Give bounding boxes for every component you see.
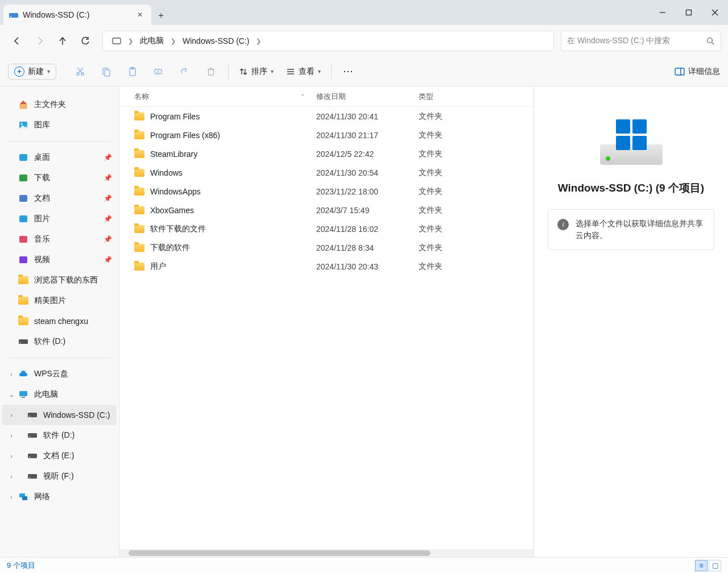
sidebar-quick-item[interactable]: 软件 (D:): [2, 331, 117, 352]
breadcrumb-pc[interactable]: 此电脑: [135, 34, 168, 48]
forward-button[interactable]: [30, 31, 50, 51]
sidebar-quick-item[interactable]: 图片📌: [2, 209, 117, 229]
file-row[interactable]: Program Files2024/11/30 20:41文件夹: [119, 107, 533, 126]
sidebar-home[interactable]: 主文件夹: [2, 94, 117, 115]
pin-icon: 📌: [104, 256, 112, 264]
svg-point-28: [21, 123, 23, 125]
svg-rect-6: [113, 38, 121, 44]
details-pane-toggle[interactable]: 详细信息: [675, 67, 720, 77]
column-type[interactable]: 类型: [419, 92, 487, 102]
file-list[interactable]: Program Files2024/11/30 20:41文件夹Program …: [119, 107, 533, 549]
svg-rect-1: [10, 16, 11, 17]
sidebar-quick-item[interactable]: 精美图片: [2, 290, 117, 311]
new-tab-button[interactable]: ＋: [151, 6, 171, 25]
cut-button[interactable]: [69, 61, 92, 82]
chevron-right-icon[interactable]: ›: [7, 452, 16, 459]
sidebar-drive-item[interactable]: ›文档 (E:): [2, 446, 117, 466]
paste-button[interactable]: [121, 61, 144, 82]
sidebar-quick-item[interactable]: steam chengxu: [2, 311, 117, 331]
svg-rect-32: [19, 215, 27, 222]
svg-rect-25: [675, 68, 684, 75]
chevron-right-icon[interactable]: ❯: [169, 38, 177, 45]
file-type: 文件夹: [419, 168, 487, 178]
refresh-button[interactable]: [75, 31, 96, 51]
file-type: 文件夹: [419, 130, 487, 140]
sidebar-quick-item[interactable]: 浏览器下载的东西: [2, 270, 117, 290]
chevron-right-icon[interactable]: ›: [7, 371, 16, 377]
svg-point-46: [29, 477, 30, 478]
chevron-right-icon[interactable]: ›: [7, 493, 16, 500]
sidebar-drive-item[interactable]: ›视听 (F:): [2, 466, 117, 487]
sort-button[interactable]: 排序 ▾: [234, 64, 278, 79]
file-row[interactable]: 下载的软件2024/11/28 8:34文件夹: [119, 238, 533, 257]
sidebar-quick-item[interactable]: 桌面📌: [2, 147, 117, 168]
file-name: Program Files: [150, 112, 200, 121]
chevron-right-icon[interactable]: ›: [7, 432, 16, 439]
minimize-button[interactable]: [650, 0, 676, 25]
rename-button[interactable]: A: [147, 61, 170, 82]
view-details-button[interactable]: ≡: [695, 560, 708, 571]
file-name: 下载的软件: [150, 243, 190, 253]
item-icon: [18, 173, 28, 183]
scrollbar-thumb[interactable]: [129, 550, 431, 556]
tab-close-icon[interactable]: ✕: [134, 9, 146, 20]
svg-text:A: A: [156, 69, 160, 74]
sidebar-label: 软件 (D:): [34, 337, 65, 347]
chevron-right-icon[interactable]: ›: [7, 412, 16, 418]
close-button[interactable]: [702, 0, 728, 25]
file-row[interactable]: 软件下载的文件2024/11/28 16:02文件夹: [119, 219, 533, 238]
view-button[interactable]: 查看 ▾: [282, 64, 325, 79]
sidebar-quick-item[interactable]: 下载📌: [2, 168, 117, 188]
sidebar-label: 此电脑: [34, 389, 58, 400]
horizontal-scrollbar[interactable]: [119, 549, 533, 557]
sidebar-label: 主文件夹: [34, 99, 66, 110]
file-row[interactable]: 用户2024/11/30 20:43文件夹: [119, 257, 533, 276]
breadcrumb-drive[interactable]: Windows-SSD (C:): [178, 34, 254, 48]
sidebar-network[interactable]: › 网络: [2, 487, 117, 507]
file-row[interactable]: Windows2024/11/30 20:54文件夹: [119, 163, 533, 182]
chevron-right-icon[interactable]: ›: [7, 473, 16, 480]
column-date[interactable]: 修改日期: [316, 92, 419, 102]
share-button[interactable]: [173, 61, 196, 82]
file-row[interactable]: SteamLibrary2024/12/5 22:42文件夹: [119, 144, 533, 163]
column-name[interactable]: 名称 ⌃: [134, 92, 316, 102]
sidebar-wps[interactable]: › WPS云盘: [2, 364, 117, 384]
file-name: 软件下载的文件: [150, 224, 206, 234]
sidebar-quick-item[interactable]: 音乐📌: [2, 229, 117, 250]
chevron-right-icon[interactable]: ❯: [127, 38, 134, 45]
drive-icon: [9, 10, 18, 19]
sidebar-gallery[interactable]: 图库: [2, 115, 117, 135]
file-row[interactable]: XboxGames2024/3/7 15:49文件夹: [119, 201, 533, 219]
back-button[interactable]: [7, 31, 27, 51]
status-bar: 9 个项目 ≡ ▢: [0, 557, 728, 573]
sidebar-thispc[interactable]: ⌄ 此电脑: [2, 384, 117, 405]
file-name: WindowsApps: [150, 187, 201, 196]
sidebar-label: 图片: [34, 214, 50, 224]
tab-title: Windows-SSD (C:): [23, 10, 89, 19]
tab-active[interactable]: Windows-SSD (C:) ✕: [3, 5, 151, 25]
search-icon: [706, 37, 715, 45]
breadcrumb[interactable]: ❯ 此电脑 ❯ Windows-SSD (C:) ❯: [102, 31, 554, 51]
breadcrumb-root-icon[interactable]: [107, 34, 126, 48]
new-button[interactable]: + 新建 ▾: [8, 64, 56, 80]
sidebar-quick-item[interactable]: 视频📌: [2, 250, 117, 270]
more-button[interactable]: ···: [337, 61, 360, 82]
chevron-down-icon[interactable]: ⌄: [7, 391, 16, 398]
file-row[interactable]: Program Files (x86)2024/11/30 21:17文件夹: [119, 126, 533, 144]
sidebar-drive-item[interactable]: ›Windows-SSD (C:): [2, 405, 117, 425]
svg-point-42: [29, 436, 30, 437]
file-row[interactable]: WindowsApps2023/11/22 18:00文件夹: [119, 182, 533, 201]
window-controls: [650, 0, 728, 25]
copy-button[interactable]: [95, 61, 118, 82]
up-button[interactable]: [52, 31, 73, 51]
chevron-right-icon[interactable]: ❯: [255, 38, 262, 45]
sidebar-drive-item[interactable]: ›软件 (D:): [2, 425, 117, 446]
sidebar-label: 软件 (D:): [43, 430, 75, 441]
delete-button[interactable]: [200, 61, 222, 82]
svg-point-7: [708, 38, 713, 43]
search-input[interactable]: 在 Windows-SSD (C:) 中搜索: [561, 31, 721, 51]
file-type: 文件夹: [419, 224, 487, 234]
view-icons-button[interactable]: ▢: [709, 560, 721, 571]
maximize-button[interactable]: [676, 0, 702, 25]
sidebar-quick-item[interactable]: 文档📌: [2, 188, 117, 209]
